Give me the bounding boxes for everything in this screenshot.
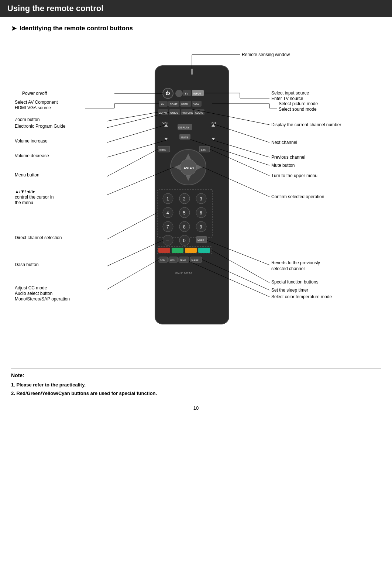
svg-text:Direct channel selection: Direct channel selection bbox=[15, 235, 62, 240]
svg-rect-78 bbox=[159, 257, 168, 262]
svg-point-49 bbox=[163, 193, 173, 204]
svg-text:ENTER: ENTER bbox=[184, 166, 194, 169]
svg-text:DISPLAY: DISPLAY bbox=[178, 126, 189, 129]
svg-line-131 bbox=[190, 140, 269, 165]
svg-rect-11 bbox=[159, 101, 168, 107]
svg-text:TEMP: TEMP bbox=[180, 259, 186, 261]
svg-text:INPUT: INPUT bbox=[193, 92, 202, 95]
svg-text:0: 0 bbox=[183, 238, 186, 243]
svg-line-95 bbox=[107, 112, 169, 128]
svg-point-69 bbox=[179, 235, 190, 245]
svg-text:Enter TV source: Enter TV source bbox=[271, 96, 303, 101]
svg-point-55 bbox=[163, 207, 173, 218]
note-item-2: 2. Red/Green/Yellow/Cyan buttons are use… bbox=[11, 389, 381, 398]
section-title: ➤ Identifying the remote control buttons bbox=[11, 24, 381, 32]
svg-text:PICTURE: PICTURE bbox=[182, 111, 193, 114]
notes-section: Note: 1. Please refer to the practicalit… bbox=[11, 368, 381, 398]
svg-text:Audio select button: Audio select button bbox=[15, 291, 52, 296]
svg-marker-28 bbox=[164, 124, 168, 127]
svg-text:ZOOM: ZOOM bbox=[159, 111, 167, 114]
svg-rect-73 bbox=[157, 247, 212, 254]
svg-text:Select color temperature mode: Select color temperature mode bbox=[271, 294, 332, 299]
svg-text:Turn to the upper menu: Turn to the upper menu bbox=[271, 173, 317, 178]
svg-text:HDMI VGA source: HDMI VGA source bbox=[15, 105, 51, 110]
svg-rect-0 bbox=[155, 66, 229, 324]
svg-text:VOL: VOL bbox=[162, 121, 169, 125]
svg-rect-15 bbox=[180, 101, 191, 107]
svg-marker-42 bbox=[185, 154, 191, 160]
svg-line-93 bbox=[107, 112, 158, 121]
svg-point-61 bbox=[163, 221, 173, 232]
svg-text:EN-31202AP: EN-31202AP bbox=[175, 272, 193, 275]
svg-text:Menu: Menu bbox=[159, 148, 166, 151]
svg-line-142 bbox=[202, 259, 269, 290]
svg-rect-13 bbox=[168, 101, 179, 107]
svg-rect-32 bbox=[179, 134, 190, 140]
svg-line-107 bbox=[107, 213, 157, 239]
svg-text:SLEEP: SLEEP bbox=[191, 259, 199, 261]
svg-text:Volume increase: Volume increase bbox=[15, 138, 48, 144]
svg-rect-76 bbox=[185, 248, 197, 253]
svg-text:Select picture mode: Select picture mode bbox=[279, 101, 318, 106]
svg-text:Reverts to the previously: Reverts to the previously bbox=[271, 260, 320, 265]
svg-text:7: 7 bbox=[166, 224, 169, 230]
svg-text:5: 5 bbox=[183, 210, 186, 216]
diagram-area: Remote sensing window ⏻ TV INPUT AV COMP… bbox=[11, 44, 381, 357]
page-header: Using the remote control bbox=[0, 0, 392, 17]
label-remote-sensing: Remote sensing window bbox=[242, 52, 290, 57]
svg-line-127 bbox=[213, 124, 269, 142]
svg-text:–: – bbox=[166, 237, 169, 243]
svg-line-140 bbox=[212, 250, 269, 283]
svg-point-51 bbox=[179, 193, 190, 204]
svg-point-57 bbox=[179, 207, 190, 218]
svg-rect-1 bbox=[191, 69, 193, 75]
svg-point-41 bbox=[171, 149, 206, 185]
header-title: Using the remote control bbox=[7, 4, 103, 13]
svg-text:2: 2 bbox=[183, 196, 186, 202]
svg-point-65 bbox=[196, 221, 206, 232]
svg-marker-29 bbox=[164, 138, 168, 140]
svg-text:8: 8 bbox=[183, 224, 186, 230]
note-item-1: 1. Please refer to the practicality. bbox=[11, 381, 381, 389]
svg-marker-35 bbox=[212, 124, 215, 127]
svg-text:4: 4 bbox=[166, 210, 169, 216]
svg-line-137 bbox=[207, 240, 269, 265]
svg-text:HDMI: HDMI bbox=[181, 103, 188, 106]
svg-text:Electronic Program Guide: Electronic Program Guide bbox=[15, 124, 66, 129]
svg-marker-45 bbox=[196, 164, 202, 170]
svg-point-4 bbox=[163, 88, 173, 99]
svg-point-53 bbox=[196, 193, 206, 204]
svg-rect-25 bbox=[194, 109, 204, 115]
svg-text:GUIDE: GUIDE bbox=[170, 111, 179, 114]
svg-text:6: 6 bbox=[200, 210, 202, 216]
svg-marker-36 bbox=[212, 138, 215, 140]
svg-text:CCD: CCD bbox=[160, 259, 165, 261]
svg-text:Dash button: Dash button bbox=[15, 262, 39, 267]
svg-text:LAST: LAST bbox=[197, 238, 204, 241]
svg-text:▲/▼/◄/►: ▲/▼/◄/► bbox=[15, 189, 36, 194]
svg-text:Next channel: Next channel bbox=[271, 140, 297, 145]
svg-text:Mono/Stereo/SAP operation: Mono/Stereo/SAP operation bbox=[15, 296, 70, 302]
arrow-icon: ➤ bbox=[11, 24, 17, 32]
svg-point-46 bbox=[180, 159, 196, 175]
svg-line-103 bbox=[107, 167, 173, 195]
svg-rect-75 bbox=[172, 248, 183, 253]
svg-line-111 bbox=[107, 259, 159, 289]
svg-text:control the cursor in: control the cursor in bbox=[15, 195, 54, 200]
svg-rect-7 bbox=[183, 90, 191, 96]
svg-marker-43 bbox=[185, 175, 191, 181]
svg-rect-39 bbox=[199, 146, 210, 152]
svg-text:Select sound mode: Select sound mode bbox=[279, 107, 317, 112]
svg-text:Select input source: Select input source bbox=[271, 90, 309, 96]
svg-text:⏻: ⏻ bbox=[165, 90, 170, 96]
svg-rect-21 bbox=[169, 109, 180, 115]
svg-text:VGA: VGA bbox=[193, 103, 199, 106]
notes-title: Note: bbox=[11, 372, 381, 378]
svg-text:3: 3 bbox=[200, 196, 202, 202]
svg-text:Zoom button: Zoom button bbox=[15, 117, 39, 122]
svg-text:Exit: Exit bbox=[201, 148, 206, 151]
svg-text:selected channel: selected channel bbox=[271, 266, 305, 271]
svg-text:9: 9 bbox=[200, 224, 202, 230]
section-title-text: Identifying the remote control buttons bbox=[20, 25, 133, 32]
svg-text:the menu: the menu bbox=[15, 200, 33, 205]
